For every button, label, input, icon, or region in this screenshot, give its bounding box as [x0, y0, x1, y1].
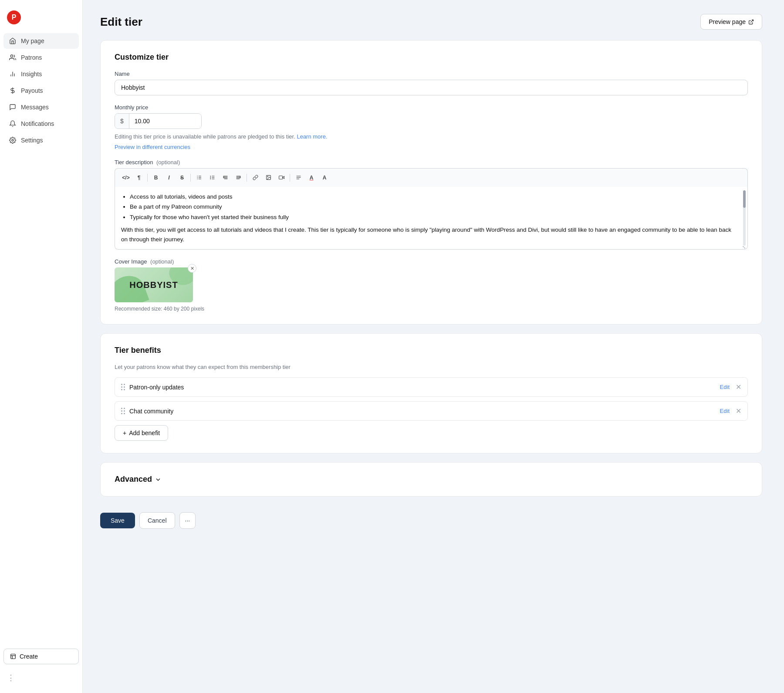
name-label: Name — [115, 71, 748, 77]
benefit-remove-1[interactable]: ✕ — [736, 383, 741, 391]
bell-icon — [9, 120, 17, 128]
page-title: Edit tier — [100, 15, 142, 29]
cover-hint: Recommended size: 460 by 200 pixels — [115, 306, 748, 312]
toolbar-divider-3 — [247, 174, 247, 182]
sidebar-item-label: Payouts — [21, 87, 43, 94]
toolbar-font-color-btn[interactable]: A — [306, 172, 317, 183]
footer-actions: Save Cancel ··· — [100, 505, 762, 532]
resize-handle[interactable]: ⤡ — [742, 244, 747, 248]
sidebar-item-label: My page — [21, 37, 44, 44]
scroll-thumb — [743, 190, 746, 208]
tier-benefits-card: Tier benefits Let your patrons know what… — [100, 333, 762, 453]
description-bullet-3: Typically for those who haven't yet star… — [130, 213, 739, 222]
dollar-icon — [9, 87, 17, 95]
toolbar-italic-btn[interactable]: I — [163, 172, 175, 183]
tier-description-editor[interactable]: Access to all tutorials, videos and post… — [115, 187, 748, 250]
sidebar-item-messages[interactable]: Messages — [3, 99, 79, 115]
cover-image-group: Cover Image (optional) HOBBYIST ✕ Recomm… — [115, 258, 748, 312]
customize-section-title: Customize tier — [115, 53, 748, 62]
svg-line-9 — [750, 20, 753, 22]
currency-symbol: $ — [115, 114, 129, 128]
advanced-card: Advanced — [100, 462, 762, 497]
svg-point-13 — [197, 176, 198, 176]
sidebar-item-payouts[interactable]: Payouts — [3, 83, 79, 98]
create-label: Create — [20, 653, 38, 660]
sidebar-item-label: Insights — [21, 71, 42, 78]
sidebar-item-label: Patrons — [21, 54, 42, 61]
toolbar-indent-btn[interactable] — [233, 172, 244, 183]
toolbar-strike-btn[interactable]: S — [176, 172, 188, 183]
sidebar-bottom: Create — [0, 643, 82, 669]
toolbar-image-btn[interactable] — [263, 172, 274, 183]
svg-marker-32 — [282, 176, 284, 179]
preview-label: Preview page — [709, 18, 746, 25]
more-options-button[interactable]: ··· — [179, 512, 196, 529]
description-paragraph: With this tier, you will get access to a… — [121, 225, 739, 244]
benefits-subtitle: Let your patrons know what they can expe… — [115, 364, 748, 370]
price-field-group: Monthly price $ Editing this tier price … — [115, 104, 748, 150]
editor-scrollbar — [743, 190, 746, 246]
advanced-label: Advanced — [115, 475, 152, 484]
svg-rect-33 — [279, 176, 282, 179]
page-header: Edit tier Preview page — [100, 14, 762, 30]
remove-cover-button[interactable]: ✕ — [188, 264, 196, 273]
preview-currencies-link[interactable]: Preview in different currencies — [115, 144, 190, 150]
cover-label: Cover Image (optional) — [115, 258, 748, 265]
gear-icon — [9, 136, 17, 144]
toolbar-code-btn[interactable]: </> — [120, 172, 132, 183]
sidebar-item-notifications[interactable]: Notifications — [3, 116, 79, 132]
toolbar-outdent-btn[interactable] — [220, 172, 231, 183]
sidebar-item-insights[interactable]: Insights — [3, 66, 79, 82]
preview-page-button[interactable]: Preview page — [700, 14, 762, 30]
main-content: Edit tier Preview page Customize tier Na… — [83, 0, 780, 693]
toolbar-divider-1 — [147, 174, 148, 182]
description-bullet-1: Access to all tutorials, videos and post… — [130, 192, 739, 202]
sidebar-item-label: Messages — [21, 104, 49, 111]
toolbar-ordered-btn[interactable]: 123 — [206, 172, 218, 183]
create-button[interactable]: Create — [3, 649, 79, 664]
advanced-section-toggle[interactable]: Advanced — [115, 475, 748, 484]
add-benefit-button[interactable]: + Add benefit — [115, 425, 168, 441]
toolbar-align-btn[interactable] — [293, 172, 304, 183]
sidebar-item-settings[interactable]: Settings — [3, 132, 79, 148]
sidebar-item-label: Notifications — [21, 120, 54, 127]
name-input[interactable] — [115, 80, 748, 95]
toolbar-video-btn[interactable] — [276, 172, 287, 183]
price-locked-message: Editing this tier price is unavailable w… — [115, 132, 748, 141]
sidebar: P My page Patrons Insights — [0, 0, 83, 693]
toolbar-font-size-btn[interactable]: A — [319, 172, 330, 183]
description-optional: (optional) — [156, 159, 180, 166]
users-icon — [9, 54, 17, 61]
benefit-edit-2[interactable]: Edit — [720, 408, 730, 414]
toolbar-link-btn[interactable] — [250, 172, 261, 183]
toolbar-divider-2 — [190, 174, 191, 182]
benefits-title: Tier benefits — [115, 346, 748, 355]
add-icon: + — [123, 429, 126, 436]
more-options-dots[interactable]: ⋮ — [0, 669, 82, 686]
benefit-remove-2[interactable]: ✕ — [736, 407, 741, 415]
sidebar-nav: My page Patrons Insights Payouts — [0, 33, 82, 643]
drag-handle-1[interactable] — [121, 384, 125, 390]
toolbar-paragraph-btn[interactable]: ¶ — [133, 172, 145, 183]
name-field-group: Name — [115, 71, 748, 95]
benefit-label-1: Patron-only updates — [129, 384, 716, 391]
sidebar-item-my-page[interactable]: My page — [3, 33, 79, 49]
logo[interactable]: P — [0, 7, 82, 33]
svg-point-31 — [267, 176, 268, 177]
cover-optional: (optional) — [150, 258, 174, 265]
toolbar-bold-btn[interactable]: B — [150, 172, 162, 183]
logo-icon: P — [7, 10, 21, 24]
svg-point-14 — [197, 177, 198, 178]
sidebar-item-patrons[interactable]: Patrons — [3, 50, 79, 65]
price-input[interactable] — [129, 114, 201, 128]
drag-handle-2[interactable] — [121, 408, 125, 414]
save-button[interactable]: Save — [100, 513, 135, 528]
toolbar-bullet-btn[interactable] — [193, 172, 205, 183]
cover-image: HOBBYIST — [115, 267, 193, 302]
benefit-edit-1[interactable]: Edit — [720, 384, 730, 390]
cancel-button[interactable]: Cancel — [139, 512, 175, 529]
editor-toolbar: </> ¶ B I S 123 — [115, 168, 748, 187]
toolbar-divider-4 — [290, 174, 290, 182]
price-row: $ — [115, 113, 202, 129]
learn-more-link[interactable]: Learn more. — [297, 133, 327, 140]
